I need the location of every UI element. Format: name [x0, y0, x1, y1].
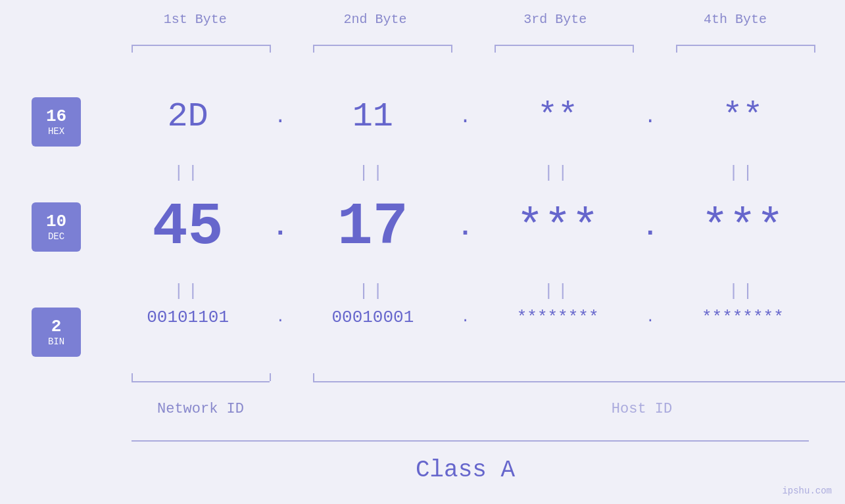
hex-b3: ** — [475, 97, 640, 136]
corner-tr-4 — [814, 45, 815, 53]
bottom-bracket-2 — [313, 381, 845, 382]
eq-2-b4: || — [660, 281, 825, 301]
bin-dot-1: . — [270, 309, 290, 326]
hex-row: 2D . 11 . ** . ** — [105, 97, 825, 136]
corner-tr-3 — [633, 45, 634, 53]
dec-badge-label: DEC — [48, 231, 64, 242]
corner-tl-1 — [132, 45, 133, 53]
bin-badge-label: BIN — [48, 336, 64, 347]
hex-b2: 11 — [290, 97, 455, 136]
class-a-label: Class A — [105, 457, 825, 484]
dec-b4: *** — [660, 202, 825, 254]
corner-tl-3 — [495, 45, 496, 53]
eq-1-b1: || — [105, 163, 270, 183]
bin-badge: 2 BIN — [32, 308, 81, 357]
host-id-label: Host ID — [313, 401, 845, 417]
dec-b1: 45 — [105, 194, 270, 261]
col-header-4: 4th Byte — [645, 12, 825, 27]
corner-tr-1 — [270, 45, 271, 53]
bracket-top-1 — [132, 45, 270, 46]
corner-br-1 — [270, 373, 271, 381]
bin-dot-2: . — [456, 309, 475, 326]
dec-dot-2: . — [456, 213, 475, 242]
dec-badge-number: 10 — [46, 212, 66, 231]
main-container: 1st Byte 2nd Byte 3rd Byte 4th Byte 16 H… — [0, 0, 845, 504]
dec-b3: *** — [475, 202, 640, 254]
eq-1-b4: || — [660, 163, 825, 183]
bracket-top-2 — [313, 45, 451, 46]
eq-2-b1: || — [105, 281, 270, 301]
bracket-top-3 — [495, 45, 633, 46]
bin-b3: ******** — [475, 308, 640, 327]
bin-dot-3: . — [640, 309, 660, 326]
hex-badge-label: HEX — [48, 126, 64, 137]
bin-b2: 00010001 — [290, 308, 455, 327]
hex-dot-3: . — [640, 106, 660, 128]
dec-badge: 10 DEC — [32, 202, 81, 252]
column-headers: 1st Byte 2nd Byte 3rd Byte 4th Byte — [105, 12, 825, 27]
bin-row: 00101101 . 00010001 . ******** . *******… — [105, 308, 825, 327]
corner-bl-2 — [313, 373, 314, 381]
hex-badge-number: 16 — [46, 107, 66, 126]
bin-b1: 00101101 — [105, 308, 270, 327]
corner-tr-2 — [451, 45, 452, 53]
eq-2-b2: || — [290, 281, 455, 301]
col-header-2: 2nd Byte — [285, 12, 466, 27]
corner-tl-4 — [676, 45, 677, 53]
eq-row-1: || || || || — [105, 163, 825, 183]
hex-dot-1: . — [270, 106, 290, 128]
eq-1-b3: || — [475, 163, 640, 183]
bin-badge-number: 2 — [51, 317, 62, 336]
dec-dot-1: . — [270, 213, 290, 242]
col-header-1: 1st Byte — [105, 12, 285, 27]
dec-dot-3: . — [640, 213, 660, 242]
bottom-bracket-1 — [132, 381, 270, 382]
corner-bl-1 — [132, 373, 133, 381]
eq-2-b3: || — [475, 281, 640, 301]
hex-b1: 2D — [105, 97, 270, 136]
network-id-label: Network ID — [132, 401, 270, 417]
col-header-3: 3rd Byte — [466, 12, 646, 27]
hex-badge: 16 HEX — [32, 97, 81, 147]
dec-row: 45 . 17 . *** . *** — [105, 194, 825, 261]
class-bracket — [132, 440, 809, 442]
dec-b2: 17 — [290, 194, 455, 261]
watermark: ipshu.com — [782, 486, 832, 496]
bracket-top-4 — [676, 45, 814, 46]
hex-b4: ** — [660, 97, 825, 136]
hex-dot-2: . — [456, 106, 475, 128]
corner-tl-2 — [313, 45, 314, 53]
eq-1-b2: || — [290, 163, 455, 183]
bin-b4: ******** — [660, 308, 825, 327]
eq-row-2: || || || || — [105, 281, 825, 301]
